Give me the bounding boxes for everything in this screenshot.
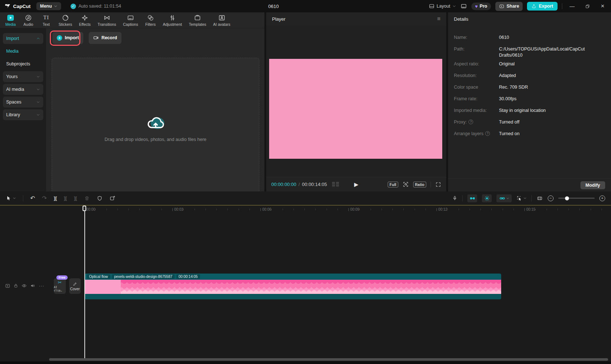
auto-ripple-toggle[interactable] <box>482 194 492 202</box>
delete-button[interactable] <box>84 195 90 201</box>
ai-avatars-icon <box>218 14 225 21</box>
lock-icon[interactable] <box>13 283 18 288</box>
select-tool-button[interactable] <box>6 195 16 201</box>
sidebar-item-subprojects[interactable]: Subprojects <box>3 58 43 69</box>
close-button[interactable]: × <box>597 1 608 12</box>
mask-button[interactable] <box>97 195 103 201</box>
player-controls: 00:00:00:00 / 00:00:14:05 ▶ Full Ratio <box>266 177 446 191</box>
share-button[interactable]: Share <box>495 2 523 11</box>
tab-adjustment[interactable]: Adjustment <box>163 14 182 27</box>
playhead-handle[interactable] <box>83 206 86 211</box>
media-sidenav: Import Media Subprojects Yours AI media … <box>0 28 46 191</box>
tab-effects[interactable]: Effects <box>79 14 91 27</box>
timeline-preview-button[interactable] <box>536 195 543 201</box>
chevron-down-icon <box>452 4 456 8</box>
info-icon[interactable]: ? <box>485 131 490 136</box>
tab-text[interactable]: TI Text <box>41 14 52 27</box>
chevron-down-icon <box>54 4 57 8</box>
filmstrip-thumbnails <box>85 280 501 294</box>
add-marker-button[interactable] <box>109 195 116 201</box>
capcut-logo: CapCut <box>4 3 31 9</box>
sidebar-item-ai-media[interactable]: AI media <box>3 84 43 95</box>
info-icon[interactable]: ? <box>468 120 473 124</box>
sidebar-item-library[interactable]: Library <box>3 109 43 120</box>
plus-icon: + <box>57 35 62 41</box>
export-button[interactable]: Export <box>527 2 558 11</box>
select-mode-dropdown[interactable] <box>516 195 527 201</box>
magnet-icon <box>469 195 476 201</box>
layout-icon <box>429 3 435 9</box>
track-header: ··· <box>5 283 44 288</box>
delete-right-button[interactable]: ][ <box>74 195 77 201</box>
track-more-icon[interactable]: ··· <box>39 283 44 288</box>
ratio-button[interactable]: Ratio <box>413 182 426 187</box>
split-button[interactable]: ][ <box>54 195 57 201</box>
tab-ai-avatars[interactable]: AI avatars <box>213 14 230 27</box>
player-panel: Player ≡ 00:00:00:00 / 00:00:14:05 ▶ Ful… <box>266 12 446 191</box>
sidebar-item-spaces[interactable]: Spaces <box>3 97 43 108</box>
tab-stickers[interactable]: Stickers <box>59 14 72 27</box>
zoom-in-button[interactable]: + <box>599 195 605 201</box>
tab-templates[interactable]: Templates <box>189 14 206 27</box>
player-menu-icon[interactable]: ≡ <box>437 16 440 22</box>
timeline-zoom-slider[interactable] <box>558 198 595 199</box>
preview-zoom-icon[interactable] <box>403 181 409 187</box>
minimize-button[interactable]: — <box>567 1 578 12</box>
menu-button[interactable]: Menu <box>36 2 61 10</box>
tab-transitions[interactable]: Transitions <box>97 14 116 27</box>
media-dropzone[interactable]: Drag and drop videos, photos, and audio … <box>52 58 259 199</box>
details-title: Details <box>454 16 468 22</box>
restore-button[interactable] <box>582 1 593 12</box>
link-icon <box>499 195 506 201</box>
timeline-horizontal-scrollbar[interactable] <box>49 358 608 361</box>
video-clip[interactable]: Optical flow pexels-weldi-studio-design-… <box>85 274 501 299</box>
linked-selection-toggle[interactable] <box>496 194 512 202</box>
chevron-down-icon <box>13 197 16 200</box>
zoom-slider-handle[interactable] <box>565 196 569 200</box>
shield-icon <box>97 195 103 201</box>
play-button[interactable]: ▶ <box>354 181 359 188</box>
microphone-icon <box>452 195 458 201</box>
record-button[interactable]: Record <box>89 32 121 44</box>
delete-left-button[interactable]: ][ <box>64 195 67 201</box>
templates-icon <box>194 14 201 21</box>
frame-view-icon[interactable] <box>332 182 339 187</box>
redo-button[interactable]: ↷ <box>42 195 47 201</box>
detail-row-aspect-ratio: Aspect ratio: Original <box>454 61 605 67</box>
chevron-down-icon <box>36 113 40 117</box>
chevron-down-icon <box>506 197 509 200</box>
free-badge: Free <box>56 275 68 280</box>
main-track-magnet-toggle[interactable] <box>467 194 477 202</box>
chevron-down-icon <box>36 75 40 78</box>
sidebar-item-yours[interactable]: Yours <box>3 71 43 82</box>
first-frame-thumbnail <box>85 280 121 294</box>
tab-audio[interactable]: Audio <box>23 14 34 27</box>
timeline-ruler[interactable]: 00:00 00:03 00:06 00:09 00:12 00:15 <box>0 206 611 214</box>
speaker-icon[interactable] <box>30 283 36 288</box>
video-preview[interactable] <box>269 59 442 159</box>
tab-captions[interactable]: Captions <box>123 14 138 27</box>
full-screen-mode-button[interactable]: Full <box>388 182 398 187</box>
pro-badge[interactable]: ♥ Pro <box>471 3 491 10</box>
import-button[interactable]: + Import <box>52 32 83 44</box>
cursor-icon <box>6 195 12 201</box>
tab-media[interactable]: Media <box>5 14 16 27</box>
tab-filters[interactable]: Filters <box>145 14 156 27</box>
undo-button[interactable]: ↶ <box>30 195 35 201</box>
sidebar-item-media[interactable]: Media <box>3 46 43 57</box>
autosave-text: Auto saved: 11:01:54 <box>79 4 121 9</box>
voiceover-button[interactable] <box>452 195 458 201</box>
detail-row-frame-rate: Frame rate: 30.00fps <box>454 96 605 102</box>
clip-filename-badge: pexels-weldi-studio-design-8675587 <box>112 274 175 279</box>
cover-button[interactable]: Cover <box>69 278 81 294</box>
layout-button[interactable]: Layout <box>429 3 456 9</box>
ai-clip-button[interactable]: ✂ AI clip… <box>54 278 66 294</box>
fullscreen-icon[interactable] <box>435 182 441 187</box>
playhead-line <box>84 206 85 358</box>
clip-duration-badge: 00:00:14:05 <box>176 274 200 279</box>
modify-button[interactable]: Modify <box>580 181 605 189</box>
panel-toggle-button[interactable] <box>460 3 467 9</box>
sidebar-item-import[interactable]: Import <box>3 33 43 44</box>
eye-icon[interactable] <box>21 283 27 288</box>
zoom-out-button[interactable]: − <box>548 195 554 201</box>
